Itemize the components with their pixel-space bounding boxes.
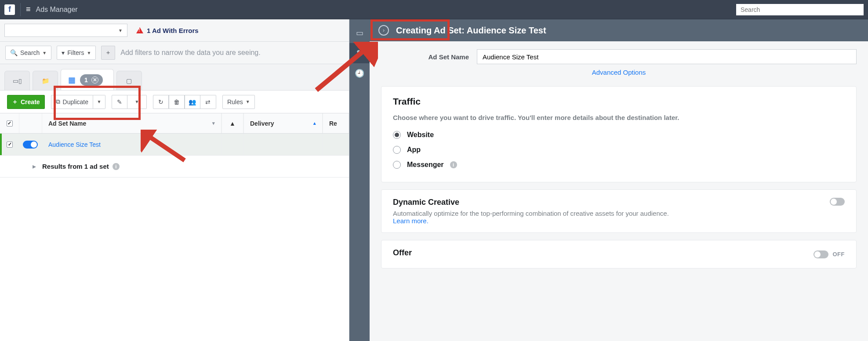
summary-text: Results from 1 ad set — [42, 163, 109, 170]
left-pane: ▼ 1 Ad With Errors 🔍 Search ▼ ▾ Filters … — [0, 19, 349, 341]
people-icon: 👥 — [189, 98, 196, 105]
edit-menu-button[interactable]: ▼ — [127, 95, 147, 109]
tab-campaigns[interactable]: 📁 — [33, 71, 58, 90]
panel-body: Ad Set Name Advanced Options Traffic Cho… — [370, 41, 868, 341]
trash-icon: 🗑 — [174, 98, 180, 105]
audience-button[interactable]: 👥 — [185, 95, 200, 109]
header-toggle-cell — [19, 113, 42, 133]
global-search-input[interactable] — [736, 4, 864, 15]
radio-label: Messenger — [407, 161, 444, 169]
export-button[interactable]: ⇄ — [200, 95, 216, 109]
plus-icon: ＋ — [12, 98, 18, 106]
duplicate-button[interactable]: ⧉Duplicate — [51, 95, 93, 109]
advanced-options-link[interactable]: Advanced Options — [592, 69, 646, 76]
tab-ads[interactable]: ▢ — [116, 71, 142, 90]
right-pane: › Creating Ad Set: Audience Size Test Ad… — [370, 19, 868, 341]
ad-icon: ▢ — [126, 77, 132, 84]
account-bar: ▼ 1 Ad With Errors — [0, 19, 349, 42]
ad-errors-text: 1 Ad With Errors — [147, 27, 199, 34]
adset-name-input[interactable] — [477, 49, 857, 64]
plus-icon: ＋ — [105, 49, 111, 57]
side-rail: ▭ ✎ 🕘 — [349, 19, 370, 341]
traffic-heading: Traffic — [393, 96, 845, 107]
header-results-label: Re — [329, 120, 337, 127]
rules-button[interactable]: Rules▼ — [222, 95, 255, 109]
dynamic-creative-card: Dynamic Creative Automatically optimize … — [381, 189, 857, 233]
edit-button[interactable]: ✎ — [112, 95, 127, 109]
adset-table: Ad Set Name▾ ▲ Delivery▴ Re Audience Siz… — [0, 113, 349, 341]
filters-button[interactable]: ▾ Filters ▼ — [57, 46, 96, 60]
header-name-label: Ad Set Name — [48, 120, 86, 127]
chevron-down-icon: ▼ — [42, 51, 47, 55]
offer-state-label: OFF — [833, 251, 845, 258]
chevron-down-icon: ▼ — [97, 99, 102, 104]
summary-row: ▸ Results from 1 ad seti — [0, 156, 349, 178]
header-delivery-label: Delivery — [250, 120, 274, 127]
adset-name-field: Ad Set Name — [381, 49, 857, 64]
folder-icon: 📁 — [42, 77, 49, 84]
rail-history-button[interactable]: 🕘 — [349, 63, 370, 83]
duplicate-icon: ⧉ — [56, 98, 60, 105]
traffic-option-messenger[interactable]: Messenger i — [393, 157, 845, 172]
create-label: Create — [21, 98, 40, 105]
dynamic-creative-toggle[interactable] — [830, 198, 845, 206]
warning-triangle-icon — [136, 27, 143, 33]
rail-edit-button[interactable]: ✎ — [349, 43, 370, 63]
tab-account-overview[interactable]: ▭▯ — [4, 71, 30, 90]
select-all-checkbox[interactable] — [7, 120, 13, 127]
radio-icon — [393, 146, 401, 154]
sort-asc-icon: ▴ — [313, 120, 316, 126]
warning-icon: ▲ — [229, 120, 236, 127]
create-button[interactable]: ＋Create — [7, 95, 45, 109]
traffic-description: Choose where you want to drive traffic. … — [393, 114, 845, 121]
dynamic-creative-heading: Dynamic Creative — [393, 198, 669, 207]
traffic-option-app[interactable]: App — [393, 142, 845, 157]
offer-toggle[interactable] — [814, 250, 828, 258]
header-warning: ▲ — [222, 113, 243, 133]
radio-label: App — [407, 146, 421, 154]
top-nav: f ≡ Ads Manager — [0, 0, 868, 19]
row-name-link[interactable]: Audience Size Test — [48, 141, 101, 148]
rail-performance-button[interactable]: ▭ — [349, 23, 370, 43]
adset-name-label: Ad Set Name — [381, 53, 469, 61]
clear-selection-icon[interactable]: ✕ — [91, 76, 98, 83]
filter-bar: 🔍 Search ▼ ▾ Filters ▼ ＋ Add filters to … — [0, 42, 349, 64]
selection-count-pill: 1 ✕ — [80, 74, 103, 86]
header-name[interactable]: Ad Set Name▾ — [42, 113, 222, 133]
ad-errors-notice[interactable]: 1 Ad With Errors — [136, 27, 199, 34]
panel-header: › Creating Ad Set: Audience Size Test — [370, 19, 868, 41]
refresh-button[interactable]: ↻ — [153, 95, 169, 109]
traffic-option-website[interactable]: Website — [393, 127, 845, 142]
chevron-down-icon: ▼ — [118, 28, 123, 33]
chevron-down-icon: ▼ — [87, 51, 91, 55]
pencil-icon: ✎ — [117, 98, 122, 105]
offer-heading: Offer — [393, 248, 412, 258]
search-icon: 🔍 — [10, 49, 18, 56]
table-row[interactable]: Audience Size Test — [0, 134, 349, 156]
tab-ad-sets[interactable]: ▦ 1 ✕ — [61, 69, 114, 90]
info-icon[interactable]: i — [450, 161, 457, 168]
filter-placeholder-text: Add filters to narrow the data you are s… — [120, 49, 260, 57]
header-delivery[interactable]: Delivery▴ — [243, 113, 323, 133]
add-filter-button[interactable]: ＋ — [101, 46, 115, 60]
radio-label: Website — [407, 131, 434, 139]
action-toolbar: ＋Create ⧉Duplicate ▼ ✎ ▼ ↻ 🗑 👥 ⇄ Rules▼ — [0, 91, 349, 113]
sort-icon: ▾ — [212, 120, 215, 126]
app-title: Ads Manager — [36, 6, 78, 14]
duplicate-label: Duplicate — [63, 98, 88, 105]
expand-summary-icon[interactable]: ▸ — [0, 162, 42, 170]
search-button[interactable]: 🔍 Search ▼ — [5, 46, 51, 60]
facebook-logo-icon[interactable]: f — [4, 4, 15, 15]
account-selector[interactable]: ▼ — [4, 24, 127, 37]
hamburger-icon[interactable]: ≡ — [26, 5, 31, 14]
info-icon[interactable]: i — [113, 163, 120, 170]
learn-more-link[interactable]: Learn more. — [393, 217, 429, 225]
search-button-label: Search — [20, 49, 40, 56]
delete-button[interactable]: 🗑 — [169, 95, 185, 109]
row-toggle[interactable] — [23, 141, 38, 149]
chevron-down-icon: ▼ — [246, 99, 250, 104]
offer-card: Offer OFF — [381, 240, 857, 268]
collapse-panel-icon[interactable]: › — [378, 25, 389, 36]
duplicate-menu-button[interactable]: ▼ — [93, 95, 105, 109]
row-checkbox[interactable] — [7, 141, 13, 148]
